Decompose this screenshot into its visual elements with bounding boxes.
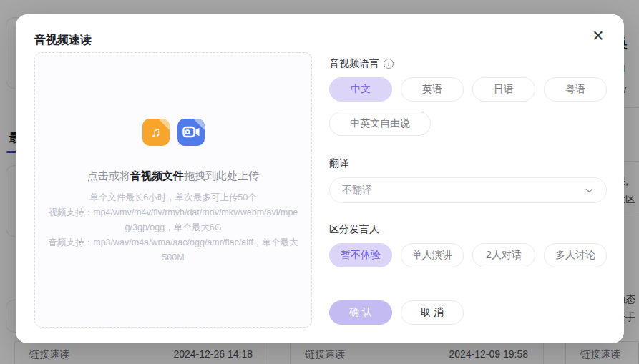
- hint-file-types: 音视频文件: [130, 169, 184, 182]
- language-options-pill[interactable]: 粤语: [544, 77, 607, 102]
- language-options: 中文英语日语粤语中英文自由说: [329, 77, 607, 136]
- language-options-pill[interactable]: 英语: [401, 77, 464, 102]
- language-options-pill[interactable]: 中文: [329, 77, 392, 102]
- language-label-text: 音视频语言: [329, 57, 379, 70]
- file-type-icons: ♫: [142, 119, 205, 146]
- restriction-line: 音频支持：mp3/wav/m4a/wma/aac/ogg/amr/flac/ai…: [47, 235, 300, 265]
- cancel-button[interactable]: 取 消: [401, 300, 464, 325]
- modal-title: 音视频速读: [34, 33, 92, 48]
- upload-hint: 点击或将音视频文件拖拽到此处上传: [87, 169, 259, 183]
- speaker-options-pill[interactable]: 暂不体验: [329, 243, 392, 267]
- translate-section-label: 翻译: [329, 157, 349, 170]
- speaker-options-pill[interactable]: 多人讨论: [544, 243, 607, 267]
- audio-file-icon: ♫: [142, 119, 170, 146]
- upload-dropzone[interactable]: ♫ 点击或将音视频文件拖拽到此处上传 单个文件最长6小时，单次最多可上传50个 …: [34, 52, 312, 328]
- restriction-line: 视频支持：mp4/wmv/m4v/flv/rmvb/dat/mov/mkv/we…: [47, 205, 300, 235]
- page: 最 换 rd/l ord/ 课, 社区 动态 米手 链接速读2024-12-26…: [0, 0, 639, 364]
- modal-actions: 确 认 取 消: [329, 300, 464, 325]
- info-icon[interactable]: i: [384, 59, 394, 69]
- speaker-label-text: 区分发言人: [329, 223, 379, 236]
- speaker-options-pill[interactable]: 单人演讲: [401, 243, 464, 267]
- music-note-glyph: ♫: [142, 119, 170, 146]
- hint-suffix: 拖拽到此处上传: [184, 169, 259, 182]
- restriction-line: 单个文件最长6小时，单次最多可上传50个: [47, 190, 300, 205]
- chevron-down-icon: [585, 186, 594, 195]
- translate-label-text: 翻译: [329, 157, 349, 170]
- upload-restrictions: 单个文件最长6小时，单次最多可上传50个 视频支持：mp4/wmv/m4v/fl…: [47, 190, 300, 265]
- translate-dropdown-value: 不翻译: [342, 184, 372, 197]
- speaker-section-label: 区分发言人: [329, 223, 379, 236]
- speaker-options: 暂不体验单人演讲2人对话多人讨论: [329, 243, 607, 267]
- speaker-options-pill[interactable]: 2人对话: [472, 243, 535, 267]
- video-file-icon: [177, 119, 205, 146]
- language-options-pill[interactable]: 日语: [472, 77, 535, 102]
- translate-dropdown[interactable]: 不翻译: [329, 177, 607, 203]
- language-options-pill[interactable]: 中英文自由说: [329, 112, 431, 136]
- language-section-label: 音视频语言 i: [329, 57, 394, 70]
- hint-prefix: 点击或将: [87, 169, 130, 182]
- confirm-button[interactable]: 确 认: [329, 300, 392, 325]
- settings-column: 音视频语言 i 中文英语日语粤语中英文自由说 翻译 不翻译 区分发言人 暂不体验…: [329, 14, 607, 343]
- audio-video-quickread-modal: 音视频速读 × ♫: [16, 14, 624, 343]
